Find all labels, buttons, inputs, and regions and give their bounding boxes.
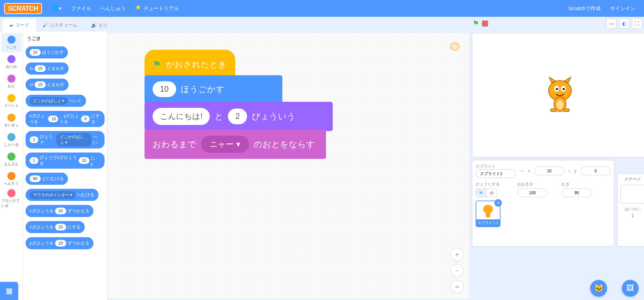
- block-number-input[interactable]: 10: [79, 157, 89, 164]
- block-number-input[interactable]: 10: [55, 240, 66, 247]
- stop-button[interactable]: [482, 20, 488, 27]
- zoom-out-button[interactable]: －: [450, 264, 464, 277]
- add-sprite-button[interactable]: 🐱: [590, 280, 607, 297]
- block-palette: うごき 10ほうごかす↻15どまわす↺15どまわすどこかのばしょ ▾へいくxざひ…: [23, 32, 108, 300]
- green-flag-button[interactable]: ⚑: [473, 19, 479, 28]
- sprite-tile[interactable]: ✕ スプライト1: [476, 201, 500, 227]
- editor-tabs: ▰コード 🖌コスチューム 🔊おと: [0, 17, 471, 32]
- brush-icon: 🖌: [43, 23, 47, 28]
- block-number-input[interactable]: 0: [81, 116, 90, 122]
- stage-large-button[interactable]: ◧: [619, 18, 629, 29]
- sound-dropdown[interactable]: ニャー▾: [201, 136, 249, 153]
- sprite-thumbnail-watermark: [447, 40, 462, 58]
- svg-marker-5: [549, 77, 556, 83]
- palette-block[interactable]: yざひょうを10ずつかえる: [26, 237, 93, 249]
- block-play-sound-until-done[interactable]: おわるまで ニャー▾ のおとをならす: [145, 130, 326, 159]
- palette-block[interactable]: 1びょうでxざひょうを10に、y: [26, 153, 105, 169]
- category-えんざん[interactable]: えんざん: [1, 150, 22, 169]
- block-move-steps[interactable]: 10 ほうごかす: [145, 75, 282, 103]
- palette-block[interactable]: 10ほうごかす: [26, 46, 68, 58]
- show-sprite-button[interactable]: 👁: [476, 188, 486, 197]
- zoom-controls: ＋ － ＝: [450, 248, 464, 293]
- sprite-name-input[interactable]: [476, 169, 516, 178]
- block-number-input[interactable]: 90: [30, 175, 41, 182]
- category-dot-icon: [7, 36, 15, 44]
- tab-costumes[interactable]: 🖌コスチューム: [36, 19, 84, 32]
- category-みため[interactable]: みため: [1, 52, 22, 72]
- sprite-size-input[interactable]: [517, 188, 548, 197]
- palette-block[interactable]: xざひょうを10ずつかえる: [26, 205, 93, 217]
- tab-sounds[interactable]: 🔊おと: [84, 19, 115, 32]
- palette-block[interactable]: 90どにむける: [26, 173, 68, 185]
- create-link[interactable]: Scratchで作成: [564, 0, 605, 17]
- tutorials-button[interactable]: 💡チュートリアル: [130, 0, 184, 17]
- sprite-list: ✕ スプライト1: [476, 201, 611, 227]
- block-number-input[interactable]: 1: [30, 136, 38, 143]
- category-ブロックていぎ[interactable]: ブロックていぎ: [1, 189, 22, 208]
- script-stack[interactable]: ⚑ がおされたとき 10 ほうごかす こんにちは! と 2 びょういう おわるま…: [145, 50, 333, 159]
- svg-point-12: [557, 100, 563, 110]
- signin-link[interactable]: サインイン: [605, 0, 640, 17]
- say-secs-input[interactable]: 2: [228, 109, 247, 124]
- palette-block[interactable]: xざひょうを10にする: [26, 221, 85, 233]
- svg-rect-13: [551, 109, 557, 112]
- category-dot-icon: [7, 133, 15, 141]
- stage[interactable]: [472, 33, 644, 157]
- svg-point-3: [456, 45, 457, 46]
- sprite-y-input[interactable]: [580, 167, 611, 175]
- stage-small-button[interactable]: ▭: [606, 18, 616, 29]
- category-dot-icon: [7, 55, 15, 63]
- fullscreen-button[interactable]: ⛶: [632, 18, 642, 29]
- palette-block[interactable]: ↺15どまわす: [26, 79, 69, 91]
- add-backdrop-button[interactable]: 🖼: [622, 280, 639, 297]
- delete-sprite-button[interactable]: ✕: [494, 199, 502, 207]
- language-menu[interactable]: 🌐▾: [47, 0, 66, 17]
- category-おと[interactable]: おと: [1, 72, 22, 91]
- y-icon: ↕: [568, 169, 570, 173]
- block-number-input[interactable]: 15: [35, 65, 46, 72]
- block-when-flag-clicked[interactable]: ⚑ がおされたとき: [145, 50, 235, 77]
- block-number-input[interactable]: 10: [48, 116, 58, 122]
- edit-menu[interactable]: へんしゅう: [96, 0, 130, 17]
- sprite-direction-input[interactable]: [562, 188, 592, 197]
- stage-selector[interactable]: ステージ はいけい 1: [617, 173, 644, 247]
- block-number-input[interactable]: 15: [35, 81, 46, 88]
- file-menu[interactable]: ファイル: [66, 0, 96, 17]
- block-say-for-secs[interactable]: こんにちは! と 2 びょういう: [145, 102, 333, 131]
- block-dropdown[interactable]: どこかのばしょ ▾: [56, 133, 91, 146]
- palette-block[interactable]: xざひょうを10、yざひょうを0にする: [26, 111, 105, 127]
- category-dot-icon: [7, 114, 15, 122]
- chevron-down-icon: ▾: [59, 5, 62, 11]
- flag-icon: ⚑: [153, 59, 161, 70]
- block-number-input[interactable]: 10: [55, 224, 66, 230]
- sprite-cat[interactable]: [543, 77, 577, 114]
- category-dot-icon: [7, 75, 15, 83]
- block-number-input[interactable]: 10: [55, 208, 66, 214]
- palette-block[interactable]: マウスのポインター ▾へむける: [26, 189, 98, 201]
- say-text-input[interactable]: こんにちは!: [153, 108, 210, 125]
- sprite-x-input[interactable]: [534, 167, 564, 175]
- palette-block[interactable]: ↻15どまわす: [26, 62, 69, 75]
- block-dropdown[interactable]: マウスのポインター ▾: [30, 191, 76, 199]
- category-うごき[interactable]: うごき: [1, 33, 22, 52]
- category-しらべる[interactable]: しらべる: [1, 130, 22, 150]
- category-dot-icon: [7, 189, 15, 197]
- category-イベント[interactable]: イベント: [1, 91, 22, 111]
- block-dropdown[interactable]: どこかのばしょ ▾: [30, 97, 68, 105]
- hide-sprite-button[interactable]: ⊘: [486, 188, 497, 197]
- script-workspace[interactable]: ⚑ がおされたとき 10 ほうごかす こんにちは! と 2 びょういう おわるま…: [108, 33, 469, 299]
- move-steps-input[interactable]: 10: [153, 81, 176, 97]
- zoom-reset-button[interactable]: ＝: [450, 280, 464, 293]
- zoom-in-button[interactable]: ＋: [450, 248, 464, 261]
- block-number-input[interactable]: 1: [30, 157, 38, 164]
- tab-code[interactable]: ▰コード: [3, 19, 36, 32]
- category-せいぎょ[interactable]: せいぎょ: [1, 111, 22, 130]
- block-number-input[interactable]: 10: [30, 49, 41, 56]
- palette-block[interactable]: どこかのばしょ ▾へいく: [26, 95, 86, 107]
- backdrop-thumbnail[interactable]: [620, 185, 644, 204]
- add-extension-button[interactable]: ▦: [0, 282, 18, 300]
- scratch-logo[interactable]: SCRATCH: [4, 3, 42, 14]
- palette-block[interactable]: 1びょうでどこかのばしょ ▾へい: [26, 131, 105, 148]
- category-へんすう[interactable]: へんすう: [1, 169, 22, 189]
- code-icon: ▰: [9, 23, 13, 28]
